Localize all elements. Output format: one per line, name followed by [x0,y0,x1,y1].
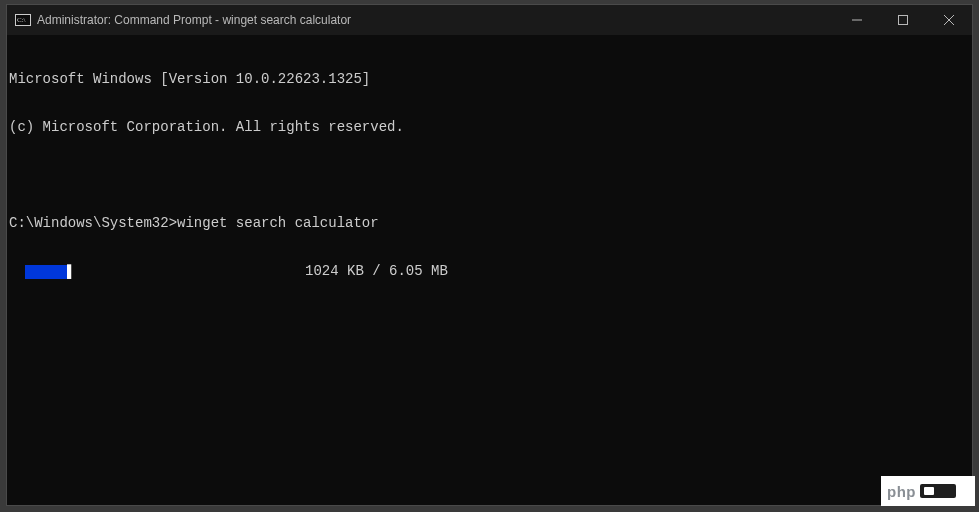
titlebar[interactable]: C:\ Administrator: Command Prompt - wing… [7,5,972,35]
progress-text: 1024 KB / 6.05 MB [305,263,448,279]
command-prompt-window: C:\ Administrator: Command Prompt - wing… [6,4,973,506]
prompt-line: C:\Windows\System32>winget search calcul… [9,215,970,231]
php-watermark: php [881,476,975,506]
blank-line [9,167,970,183]
window-title: Administrator: Command Prompt - winget s… [37,13,351,27]
svg-rect-2 [899,16,908,25]
copyright-line: (c) Microsoft Corporation. All rights re… [9,119,970,135]
download-progress-row: ▌ 1024 KB / 6.05 MB [9,263,970,279]
cmd-icon: C:\ [15,12,31,28]
prompt-path: C:\Windows\System32> [9,215,177,231]
watermark-label: php [887,483,916,500]
terminal-output[interactable]: Microsoft Windows [Version 10.0.22623.13… [7,35,972,505]
progress-bar: ▌ [25,264,281,278]
progress-marker-icon: ▌ [67,264,75,278]
minimize-button[interactable] [834,5,880,35]
watermark-pill-icon [920,484,956,498]
close-button[interactable] [926,5,972,35]
version-line: Microsoft Windows [Version 10.0.22623.13… [9,71,970,87]
maximize-button[interactable] [880,5,926,35]
svg-text:C:\: C:\ [17,16,26,24]
progress-bar-fill [25,265,67,279]
prompt-command: winget search calculator [177,215,379,231]
